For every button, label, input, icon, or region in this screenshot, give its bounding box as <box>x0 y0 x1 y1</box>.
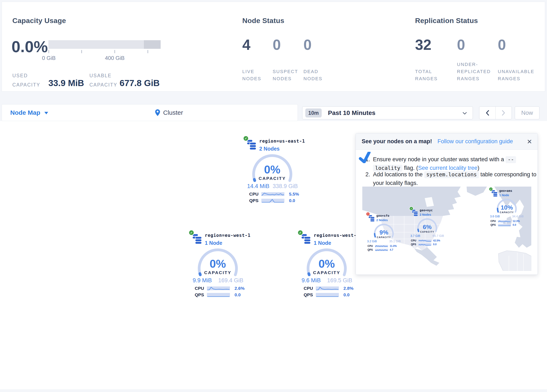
region-card-us-west-1[interactable]: ✓ region=us-west-1 1 Node 0% CAPACITY 9.… <box>295 230 358 304</box>
check-glyph: ✓ <box>190 231 193 234</box>
time-step-forward-button[interactable] <box>496 107 512 119</box>
check-glyph: ✓ <box>490 188 492 190</box>
step-text: Add locations to the <box>373 171 424 178</box>
locality-label: geo=sfo <box>376 214 390 217</box>
node-stack-icon <box>368 215 375 222</box>
cpu-label: CPU <box>195 286 207 291</box>
now-button-label: Now <box>521 110 533 116</box>
unavailable-ranges-value: 0 <box>498 36 506 53</box>
qps-row: QPS 0.0 <box>249 198 299 203</box>
suspect-nodes-label: SUSPECT NODES <box>273 68 301 82</box>
qps-value: 0.0 <box>433 243 437 246</box>
qps-row: QPS 0.0 <box>304 293 354 297</box>
capacity-used: 3.2 GiB <box>367 240 377 243</box>
cpu-sparkline <box>207 286 230 291</box>
check-glyph: ✓ <box>299 231 301 234</box>
map-pin-icon <box>155 109 160 116</box>
healthy-status-icon: ✓ <box>489 187 492 191</box>
code-snippet: system.locations <box>424 171 479 178</box>
time-step-buttons <box>479 106 512 119</box>
now-button[interactable]: Now <box>515 106 540 119</box>
capacity-percent: 9% <box>366 229 402 236</box>
capacity-caption: CAPACITY <box>409 231 445 233</box>
alert-glyph: ! <box>368 213 368 215</box>
node-count: 2 Nodes <box>376 218 388 222</box>
usable-capacity-value: 677.8 GiB <box>120 78 160 88</box>
node-stack-icon <box>192 234 202 244</box>
capacity-used: 3.6 GiB <box>490 215 500 218</box>
unavailable-ranges-label: UNAVAILABLE RANGES <box>498 68 540 82</box>
time-step-back-button[interactable] <box>479 107 496 119</box>
qps-row: QPS 4.7 <box>368 248 397 251</box>
cpu-value: 42.5% <box>433 239 440 242</box>
axis-tick <box>115 50 115 53</box>
capacity-percent: 6% <box>409 224 445 231</box>
step-number: 2. <box>365 170 373 179</box>
capacity-caption: CAPACITY <box>366 236 402 239</box>
under-replicated-ranges-label: UNDER-REPLICATED RANGES <box>457 61 497 82</box>
live-nodes-label: LIVE NODES <box>242 68 265 82</box>
live-nodes-value: 4 <box>242 36 250 53</box>
dead-nodes-label: DEAD NODES <box>303 68 327 82</box>
step-text: Ensure every node in your cluster was st… <box>373 156 506 163</box>
cpu-row: CPU 2.8% <box>304 286 354 291</box>
replication-status-title: Replication Status <box>415 17 478 25</box>
popup-title: See your nodes on a map! <box>362 138 432 145</box>
node-count: 1 Node <box>499 193 509 197</box>
qps-value: 4.7 <box>390 248 393 251</box>
chevron-down-icon <box>463 112 467 115</box>
qps-sparkline <box>418 243 431 246</box>
axis-tick <box>148 50 148 53</box>
qps-value: 0.0 <box>513 223 516 226</box>
check-glyph: ✓ <box>410 207 412 210</box>
node-stack-icon <box>301 234 311 244</box>
capacity-caption: CAPACITY <box>295 270 358 275</box>
node-count: 2 Nodes <box>420 213 431 216</box>
cpu-row: CPU 42.5% <box>411 239 440 242</box>
total-ranges-value: 32 <box>415 36 431 53</box>
chevron-left-icon <box>486 110 489 116</box>
capacity-usage-bar: 0 GiB 400 GiB <box>48 40 161 49</box>
cpu-label: CPU <box>368 245 375 248</box>
region-locality-label: region=us-west-1 <box>314 233 359 238</box>
region-card-eu-west-1[interactable]: ✓ region=eu-west-1 1 Node 0% CAPACITY 9.… <box>186 230 249 304</box>
caret-down-icon <box>44 112 48 114</box>
close-icon[interactable]: ✕ <box>527 138 532 145</box>
qps-label: QPS <box>249 198 261 203</box>
dead-nodes-value: 0 <box>303 36 312 53</box>
configuration-guide-link[interactable]: Follow our configuration guide <box>438 138 513 145</box>
popup-header: See your nodes on a map! Follow our conf… <box>356 133 538 150</box>
cpu-label: CPU <box>304 286 316 291</box>
region-card-us-east-1[interactable]: ✓ region=us-east-1 2 Nodes 0% CAPACITY 1… <box>241 136 304 209</box>
qps-row: QPS 0.0 <box>411 243 440 246</box>
healthy-status-icon: ✓ <box>244 136 248 141</box>
capacity-percent: 0% <box>295 257 358 270</box>
time-range-dropdown[interactable]: 10m Past 10 Minutes <box>302 106 473 119</box>
axis-tick <box>48 50 49 53</box>
region-locality-label: region=eu-west-1 <box>205 233 250 238</box>
node-stack-icon <box>412 209 418 216</box>
qps-sparkline <box>261 198 284 203</box>
cpu-value: 12.3% <box>513 220 520 223</box>
axis-tick <box>82 50 82 53</box>
capacity-used: 3.7 GiB <box>410 234 420 237</box>
qps-label: QPS <box>368 248 375 251</box>
qps-value: 0.0 <box>343 292 349 297</box>
suspect-nodes-value: 0 <box>273 36 281 53</box>
view-selector-dropdown[interactable]: Node Map <box>10 104 48 121</box>
region-node-count: 2 Nodes <box>259 146 280 152</box>
locality-label: geo=nyc <box>420 209 433 212</box>
cpu-sparkline <box>261 192 284 196</box>
cpu-sparkline <box>375 245 388 248</box>
cpu-value: 2.8% <box>343 286 354 291</box>
cpu-row: CPU 11.0% <box>368 245 397 248</box>
cpu-value: 2.6% <box>234 286 245 291</box>
cpu-label: CPU <box>249 192 261 197</box>
node-status-title: Node Status <box>242 17 284 25</box>
code-snippet: -- <box>506 156 516 163</box>
node-map-config-popup: See your nodes on a map! Follow our conf… <box>356 133 538 275</box>
breadcrumb-label: Cluster <box>163 109 183 116</box>
healthy-status-icon: ✓ <box>189 230 194 235</box>
breadcrumb[interactable]: Cluster <box>155 104 183 121</box>
qps-sparkline <box>498 224 511 226</box>
